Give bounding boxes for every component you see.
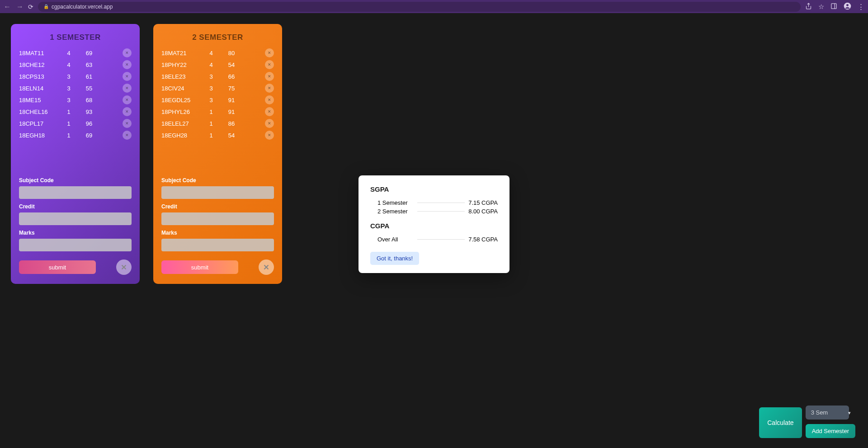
cgpa-heading: CGPA (370, 222, 498, 230)
add-semester-button[interactable]: Add Semester (806, 424, 855, 438)
subject-row: 18CHE12463✕ (19, 60, 132, 69)
url-bar[interactable]: 🔒 cgpacalculator.vercel.app (38, 2, 801, 12)
delete-subject-button[interactable]: ✕ (123, 119, 132, 128)
subject-row: 18MAT11469✕ (19, 48, 132, 57)
subject-row: 18MAT21480✕ (161, 48, 274, 57)
subject-credit: 4 (60, 50, 78, 57)
profile-icon[interactable] (844, 2, 851, 11)
delete-subject-button[interactable]: ✕ (265, 84, 274, 93)
result-label: 2 Semester (377, 208, 414, 215)
subject-row: 18EGDL25391✕ (161, 95, 274, 104)
delete-subject-button[interactable]: ✕ (265, 60, 274, 69)
subject-code-label: Subject Code (19, 177, 132, 184)
subject-code: 18EGH28 (161, 132, 202, 139)
close-icon (262, 263, 270, 271)
subject-credit: 3 (60, 85, 78, 92)
submit-button[interactable]: submit (161, 260, 238, 274)
subject-code: 18CPS13 (19, 73, 60, 80)
subject-code: 18PHYL26 (161, 108, 202, 115)
add-subject-form: Subject Code Credit Marks (161, 177, 274, 256)
marks-input[interactable] (161, 239, 274, 251)
menu-icon[interactable]: ⋮ (858, 3, 864, 11)
subject-code: 18CHE12 (19, 61, 60, 68)
subject-code: 18CHEL16 (19, 108, 60, 115)
subject-code: 18ELE23 (161, 73, 202, 80)
result-value: 7.15 CGPA (468, 199, 498, 206)
subject-credit: 4 (60, 61, 78, 68)
subject-row: 18EGH28154✕ (161, 131, 274, 140)
subject-row: 18ME15368✕ (19, 95, 132, 104)
subject-marks: 91 (220, 108, 243, 115)
subject-credit: 1 (202, 132, 220, 139)
subject-row: 18CHEL16193✕ (19, 107, 132, 116)
subject-row: 18EGH18169✕ (19, 131, 132, 140)
submit-button[interactable]: submit (19, 260, 96, 274)
subject-marks: 75 (220, 85, 243, 92)
result-label: 1 Semester (377, 199, 414, 206)
credit-label: Credit (19, 203, 132, 210)
delete-subject-button[interactable]: ✕ (123, 72, 132, 81)
subject-marks: 55 (78, 85, 100, 92)
delete-subject-button[interactable]: ✕ (265, 119, 274, 128)
delete-subject-button[interactable]: ✕ (265, 72, 274, 81)
subject-row: 18ELEL27186✕ (161, 119, 274, 128)
subject-code: 18PHY22 (161, 61, 202, 68)
svg-point-3 (846, 4, 849, 6)
subject-row: 18PHYL26191✕ (161, 107, 274, 116)
marks-label: Marks (19, 230, 132, 236)
subject-credit: 3 (60, 73, 78, 80)
delete-subject-button[interactable]: ✕ (123, 107, 132, 116)
subject-marks: 93 (78, 108, 100, 115)
forward-icon[interactable]: → (16, 3, 24, 11)
delete-subject-button[interactable]: ✕ (265, 107, 274, 116)
delete-subject-button[interactable]: ✕ (265, 95, 274, 104)
back-icon[interactable]: ← (4, 3, 11, 11)
subject-code-label: Subject Code (161, 177, 274, 184)
results-modal: SGPA 1 Semester7.15 CGPA2 Semester8.00 C… (359, 175, 509, 273)
credit-input[interactable] (19, 212, 132, 225)
marks-input[interactable] (19, 239, 132, 251)
subject-credit: 3 (60, 97, 78, 104)
delete-semester-button[interactable] (259, 259, 274, 275)
subject-code: 18MAT11 (19, 50, 60, 57)
star-icon[interactable]: ☆ (818, 3, 824, 11)
reload-icon[interactable]: ⟳ (28, 3, 33, 10)
subject-marks: 66 (220, 73, 243, 80)
subject-code-input[interactable] (19, 186, 132, 199)
delete-semester-button[interactable] (116, 259, 132, 275)
delete-subject-button[interactable]: ✕ (123, 60, 132, 69)
credit-input[interactable] (161, 212, 274, 225)
got-it-button[interactable]: Got it, thanks! (370, 252, 419, 265)
panel-icon[interactable] (830, 3, 837, 11)
calculate-button[interactable]: Calculate (759, 407, 802, 438)
subject-marks: 80 (220, 50, 243, 57)
sgpa-heading: SGPA (370, 185, 498, 193)
subject-row: 18PHY22454✕ (161, 60, 274, 69)
result-label: Over All (377, 236, 414, 243)
share-icon[interactable] (805, 3, 812, 11)
delete-subject-button[interactable]: ✕ (123, 48, 132, 57)
delete-subject-button[interactable]: ✕ (123, 95, 132, 104)
delete-subject-button[interactable]: ✕ (123, 84, 132, 93)
divider (417, 239, 465, 240)
delete-subject-button[interactable]: ✕ (123, 131, 132, 140)
subject-code-input[interactable] (161, 186, 274, 199)
subject-marks: 63 (78, 61, 100, 68)
semester-select[interactable]: 3 Sem (806, 406, 849, 420)
subject-code: 18MAT21 (161, 50, 202, 57)
result-value: 7.58 CGPA (468, 236, 498, 243)
delete-subject-button[interactable]: ✕ (265, 48, 274, 57)
subject-code: 18ELEL27 (161, 120, 202, 127)
semester-card-1: 1 SEMESTER 18MAT11469✕18CHE12463✕18CPS13… (11, 24, 140, 284)
nav-arrows: ← → (4, 3, 24, 11)
subject-marks: 96 (78, 120, 100, 127)
marks-label: Marks (161, 230, 274, 236)
delete-subject-button[interactable]: ✕ (265, 131, 274, 140)
subject-marks: 54 (220, 132, 243, 139)
subject-code: 18ELN14 (19, 85, 60, 92)
subject-code: 18EGH18 (19, 132, 60, 139)
subject-credit: 1 (202, 120, 220, 127)
card-footer: submit (19, 259, 132, 275)
subject-marks: 68 (78, 97, 100, 104)
divider (417, 203, 465, 203)
